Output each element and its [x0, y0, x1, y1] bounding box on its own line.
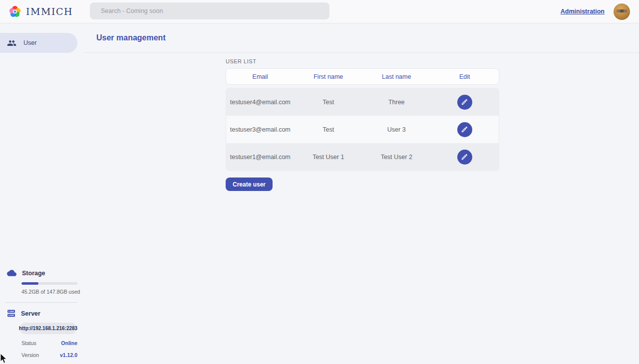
- cell-first-name: Test: [295, 126, 363, 133]
- section-title: USER LIST: [226, 58, 499, 64]
- cell-first-name: Test User 1: [295, 154, 363, 161]
- create-user-button[interactable]: Create user: [226, 178, 273, 191]
- table-row: testuser3@email.comTestUser 3: [226, 116, 499, 143]
- user-table: testuser4@email.comTestThreetestuser3@em…: [226, 88, 499, 171]
- cell-edit: [431, 122, 499, 137]
- sidebar-item-label: User: [23, 39, 36, 46]
- server-status-row: Status Online: [21, 340, 77, 346]
- storage-usage-text: 45.2GB of 147.8GB used: [21, 289, 85, 295]
- cell-last-name: Test User 2: [362, 154, 431, 161]
- main-content: User management USER LIST EmailFirst nam…: [85, 23, 639, 364]
- column-header-email: Email: [226, 73, 295, 80]
- user-avatar[interactable]: [614, 3, 630, 20]
- server-version-row: Version v1.12.0: [21, 352, 77, 358]
- table-header-row: EmailFirst nameLast nameEdit: [226, 68, 499, 85]
- column-header-last-name: Last name: [362, 73, 431, 80]
- sidebar-divider: [5, 302, 77, 303]
- cell-email: testuser1@email.com: [226, 154, 295, 161]
- sidebar-footer: Storage 45.2GB of 147.8GB used: [0, 268, 85, 358]
- sidebar-item-user[interactable]: User: [0, 33, 77, 53]
- edit-user-button[interactable]: [457, 150, 472, 165]
- pencil-icon: [461, 153, 468, 161]
- storage-progress-fill: [21, 282, 38, 285]
- top-navbar: IMMICH Administration: [0, 0, 639, 23]
- search-input[interactable]: [90, 2, 329, 19]
- cell-edit: [431, 150, 499, 165]
- server-icon: [7, 309, 15, 318]
- storage-progress-bar: [21, 282, 77, 285]
- cell-email: testuser4@email.com: [226, 99, 295, 106]
- edit-user-button[interactable]: [457, 122, 472, 137]
- table-row: testuser4@email.comTestThree: [226, 88, 499, 116]
- storage-section: Storage 45.2GB of 147.8GB used: [0, 268, 85, 295]
- server-status-value: Online: [61, 340, 77, 346]
- cell-last-name: Three: [362, 99, 431, 106]
- column-header-edit: Edit: [431, 73, 499, 80]
- storage-title: Storage: [22, 270, 45, 277]
- server-title: Server: [21, 310, 40, 317]
- page-title: User management: [96, 33, 166, 42]
- sidebar: User Storage 45.2GB of 147.8GB used: [0, 23, 85, 364]
- column-header-first-name: First name: [295, 73, 363, 80]
- users-icon: [7, 38, 16, 48]
- server-section: Server http://192.168.1.216:2283 Status …: [0, 309, 85, 358]
- cell-first-name: Test: [295, 99, 363, 106]
- brand: IMMICH: [8, 4, 73, 18]
- cloud-icon: [7, 268, 16, 278]
- server-version-label: Version: [21, 352, 39, 358]
- pencil-icon: [461, 98, 468, 106]
- page-header: User management: [85, 23, 639, 53]
- pencil-icon: [461, 126, 468, 133]
- immich-logo-icon: [8, 4, 22, 18]
- cell-edit: [431, 95, 499, 110]
- brand-name: IMMICH: [26, 6, 73, 17]
- edit-user-button[interactable]: [457, 95, 472, 110]
- server-url[interactable]: http://192.168.1.216:2283: [20, 323, 76, 334]
- cell-last-name: User 3: [362, 126, 431, 133]
- cell-email: testuser3@email.com: [226, 126, 295, 133]
- server-status-label: Status: [21, 340, 36, 346]
- table-row: testuser1@email.comTest User 1Test User …: [226, 143, 499, 171]
- administration-link[interactable]: Administration: [561, 8, 605, 15]
- server-version-value: v1.12.0: [60, 352, 77, 358]
